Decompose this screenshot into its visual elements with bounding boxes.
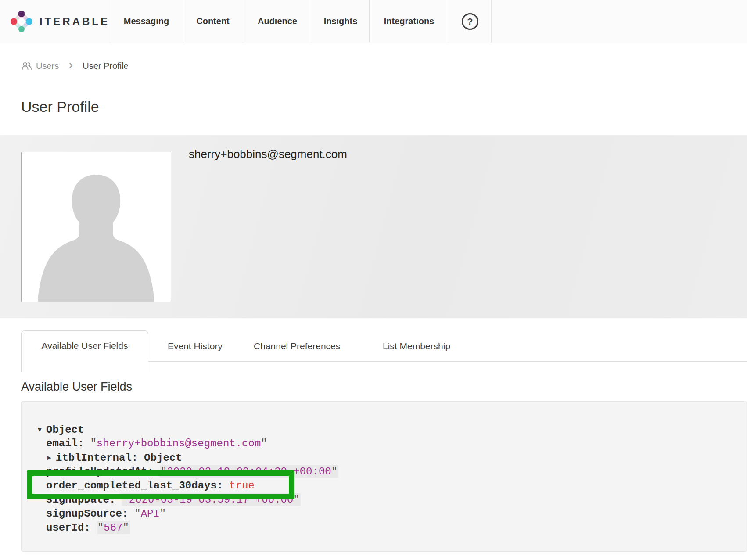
nav-item-label: Content	[196, 16, 230, 26]
user-email: sherry+bobbins@segment.com	[189, 147, 347, 161]
tab-event-history[interactable]: Event History	[168, 341, 223, 352]
nav-item-audience[interactable]: Audience	[243, 0, 312, 43]
expand-toggle-icon[interactable]: ►	[46, 451, 56, 465]
tree-root-label: Object	[46, 424, 84, 436]
nav-item-label: Insights	[324, 16, 358, 26]
nav-item-label: Messaging	[124, 16, 169, 26]
iterable-logo-icon	[11, 8, 32, 35]
avatar-silhouette-icon	[22, 152, 171, 302]
user-fields-json-panel: ▼Object email:"sherry+bobbins@segment.co…	[21, 401, 747, 552]
nav-item-label: Integrations	[384, 16, 434, 26]
profile-hero: sherry+bobbins@segment.com	[0, 135, 747, 318]
users-icon	[21, 61, 32, 71]
nav-item-label: Audience	[258, 16, 297, 26]
nav-item-messaging[interactable]: Messaging	[110, 0, 183, 43]
field-row-userid: userId:"567"	[22, 521, 747, 535]
top-navbar: ITERABLE Messaging Content Audience Insi…	[0, 0, 747, 43]
tab-label: List Membership	[383, 341, 450, 351]
collapse-toggle-icon[interactable]: ▼	[36, 423, 46, 437]
help-button[interactable]: ?	[449, 0, 492, 43]
field-row-profileupdatedat: profileUpdatedAt:"2020-03-19 09:04:30 +0…	[22, 465, 747, 479]
profile-tabs: Available User Fields Event History Chan…	[0, 330, 747, 372]
brand-wordmark: ITERABLE	[40, 15, 110, 28]
section-heading: Available User Fields	[21, 379, 747, 394]
field-row-email: email:"sherry+bobbins@segment.com"	[22, 437, 747, 451]
page-title: User Profile	[21, 98, 747, 115]
avatar	[21, 152, 171, 302]
tab-label: Event History	[168, 341, 223, 351]
tab-label: Available User Fields	[42, 341, 128, 372]
tab-channel-preferences[interactable]: Channel Preferences	[254, 341, 340, 352]
iterable-logo[interactable]: ITERABLE	[0, 0, 110, 43]
field-row-signupdate: signupDate:"2020-03-19 03:59:17 +00:00"	[22, 493, 747, 507]
tree-root-row: ▼Object	[22, 423, 747, 437]
nav-item-insights[interactable]: Insights	[312, 0, 369, 43]
help-icon: ?	[462, 13, 478, 30]
nav-item-content[interactable]: Content	[183, 0, 243, 43]
tab-list-membership[interactable]: List Membership	[383, 341, 450, 352]
nav-item-integrations[interactable]: Integrations	[369, 0, 449, 43]
field-row-signupsource: signupSource:"API"	[22, 507, 747, 521]
tab-label: Channel Preferences	[254, 341, 340, 351]
field-row-order-completed-last-30days: order_completed_last_30days:true	[22, 479, 747, 493]
breadcrumb-users-link[interactable]: Users	[21, 61, 59, 71]
chevron-right-icon: ›	[65, 60, 76, 72]
tab-available-user-fields[interactable]: Available User Fields	[21, 330, 148, 372]
field-row-itblinternal: ►itblInternal:Object	[22, 451, 747, 465]
breadcrumb: Users › User Profile	[21, 59, 747, 72]
breadcrumb-current: User Profile	[83, 61, 128, 71]
breadcrumb-users-label: Users	[36, 61, 59, 71]
